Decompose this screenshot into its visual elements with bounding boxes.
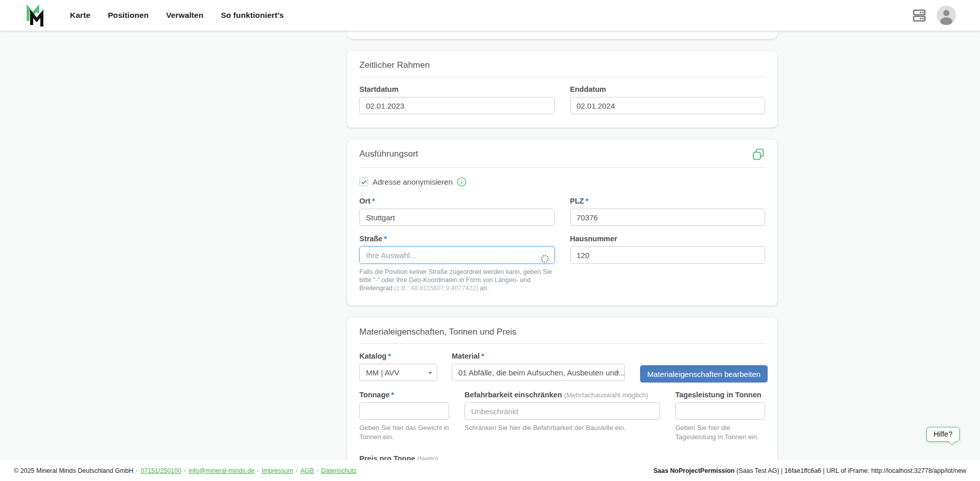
- tonnage-label: Tonnage*: [359, 391, 449, 399]
- katalog-label: Katalog*: [359, 352, 437, 360]
- hausnummer-label: Hausnummer: [570, 235, 766, 243]
- katalog-label-text: Katalog: [359, 352, 386, 360]
- card-title-material: Materialeigenschaften, Tonnen und Preis: [359, 326, 765, 337]
- footer-datenschutz-link[interactable]: Datenschutz: [321, 467, 356, 474]
- nav-item-positionen[interactable]: Positionen: [108, 11, 149, 20]
- card-title-zeitlicher-rahmen: Zeitlicher Rahmen: [359, 59, 765, 70]
- footer-left: © 2025 Mineral Minds Deutschland GmbH·07…: [14, 467, 357, 474]
- card-zeitlicher-rahmen: Zeitlicher Rahmen Startdatum Enddatum: [347, 51, 777, 128]
- befahrbarkeit-note: (Mehrfachauswahl möglich): [564, 391, 648, 399]
- befahrbarkeit-hint: Schränken Sie hier die Befahrbarkeit der…: [464, 423, 660, 433]
- footer-separator: ·: [184, 467, 186, 474]
- required-marker: *: [384, 235, 387, 243]
- footer-separator: ·: [316, 467, 318, 474]
- tonnage-hint: Geben Sie hier das Gewicht in Tonnen ein…: [359, 423, 449, 441]
- strasse-label: Straße*: [359, 235, 555, 243]
- footer-separator: ·: [257, 467, 259, 474]
- plz-label: PLZ*: [570, 197, 766, 205]
- nav-item-karte[interactable]: Karte: [70, 11, 90, 20]
- adresse-anonymisieren-label: Adresse anonymisieren: [373, 178, 453, 186]
- material-select[interactable]: 01 Abfälle, die beim Aufsuchen, Ausbeute…: [452, 364, 625, 381]
- adresse-anonymisieren-checkbox-row[interactable]: Adresse anonymisieren: [359, 177, 765, 187]
- footer-right-debug-info: Saas NoProjectPermission (Saas Test AG) …: [653, 467, 966, 474]
- dns-servers-icon[interactable]: [911, 7, 927, 23]
- person-icon: [937, 6, 956, 25]
- header-right-actions: [911, 6, 956, 25]
- footer-separator: ·: [136, 467, 138, 474]
- plz-label-text: PLZ: [570, 197, 584, 205]
- tonnage-input[interactable]: [359, 402, 449, 420]
- ort-input[interactable]: [359, 209, 555, 226]
- material-selected-value: 01 Abfälle, die beim Aufsuchen, Ausbeute…: [458, 368, 625, 377]
- loading-spinner-icon: [541, 255, 549, 263]
- nav-item-verwalten[interactable]: Verwalten: [166, 11, 203, 20]
- strasse-label-text: Straße: [359, 235, 382, 243]
- startdatum-input[interactable]: [359, 97, 555, 114]
- required-marker: *: [388, 352, 391, 360]
- footer-bar: © 2025 Mineral Minds Deutschland GmbH·07…: [0, 460, 980, 481]
- copy-icon[interactable]: [752, 148, 765, 161]
- hilfe-button[interactable]: Hilfe?: [926, 427, 960, 442]
- katalog-selected-value: MM | AVV: [366, 368, 399, 377]
- katalog-select[interactable]: MM | AVV: [359, 364, 437, 381]
- partial-card-above: [347, 31, 777, 39]
- card-ausfuehrungsort: Ausführungsort Adresse anonymisieren: [347, 140, 777, 306]
- strasse-input[interactable]: [359, 246, 555, 264]
- plz-input[interactable]: [570, 209, 766, 226]
- required-marker: *: [585, 197, 589, 205]
- divider: [359, 343, 765, 344]
- tagesleistung-input[interactable]: [675, 402, 765, 420]
- card-materialeigenschaften: Materialeigenschaften, Tonnen und Preis …: [347, 318, 777, 481]
- footer-impressum-link[interactable]: Impressum: [262, 467, 293, 474]
- befahrbarkeit-input[interactable]: [464, 402, 660, 420]
- strasse-hint: Falls die Position keiner Straße zugeord…: [359, 268, 555, 292]
- materialeigenschaften-bearbeiten-button[interactable]: Materialeigenschaften bearbeiten: [640, 365, 768, 383]
- checkbox-checked[interactable]: [359, 178, 368, 186]
- startdatum-label: Startdatum: [359, 85, 555, 93]
- card-title-ausfuehrungsort: Ausführungsort: [359, 148, 418, 159]
- tagesleistung-label: Tagesleistung in Tonnen: [675, 391, 765, 399]
- material-label: Material*: [452, 352, 625, 360]
- footer-email-link[interactable]: info@mineral-minds.de: [189, 467, 255, 474]
- info-icon[interactable]: [457, 177, 467, 187]
- mineral-minds-logo[interactable]: [24, 4, 46, 27]
- befahrbarkeit-label: Befahrbarkeit einschränken (Mehrfachausw…: [464, 391, 660, 399]
- footer-separator: ·: [296, 467, 298, 474]
- footer-saas-details: (Saas Test AG) | 16fae1ffc6a6 | URL of i…: [734, 467, 966, 474]
- footer-agb-link[interactable]: AGB: [301, 467, 314, 474]
- tonnage-label-text: Tonnage: [359, 391, 389, 399]
- chevron-down-icon: [428, 372, 432, 374]
- nav-item-so-funktionierts[interactable]: So funktioniert's: [221, 11, 284, 20]
- ort-label-text: Ort: [359, 197, 371, 205]
- enddatum-label: Enddatum: [570, 85, 766, 93]
- material-label-text: Material: [452, 352, 480, 360]
- form-content-column: Zeitlicher Rahmen Startdatum Enddatum Au…: [347, 31, 777, 481]
- required-marker: *: [481, 352, 484, 360]
- footer-phone-link[interactable]: 07151/250100: [141, 467, 182, 474]
- divider: [359, 167, 765, 168]
- befahrbarkeit-label-text: Befahrbarkeit einschränken: [464, 391, 562, 399]
- divider: [359, 77, 765, 77]
- tagesleistung-hint: Geben Sie hier die Tagesleistung in Tonn…: [675, 423, 765, 441]
- chevron-down-icon: [616, 372, 620, 374]
- required-marker: *: [391, 391, 394, 399]
- main-nav: Karte Positionen Verwalten So funktionie…: [70, 11, 284, 20]
- ort-label: Ort*: [359, 197, 555, 205]
- strasse-hint-suffix: an.: [478, 285, 489, 292]
- required-marker: *: [372, 197, 375, 205]
- user-avatar[interactable]: [937, 6, 956, 25]
- footer-copyright: © 2025 Mineral Minds Deutschland GmbH: [14, 467, 133, 474]
- hausnummer-input[interactable]: [570, 246, 766, 264]
- footer-saas-permission: Saas NoProjectPermission: [653, 467, 734, 474]
- enddatum-input[interactable]: [570, 97, 766, 114]
- check-icon: [361, 180, 367, 185]
- top-navigation-bar: Karte Positionen Verwalten So funktionie…: [0, 0, 980, 31]
- strasse-hint-example: (z.B.: 48.8115607,9.4077422): [394, 285, 478, 292]
